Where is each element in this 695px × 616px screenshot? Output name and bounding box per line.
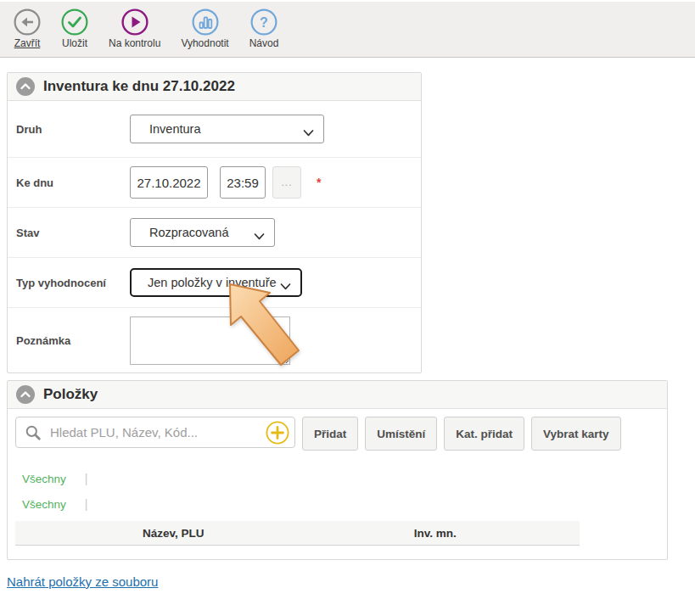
column-header-name-plu: Název, PLU (15, 527, 331, 540)
stav-select[interactable]: Rozpracovaná (130, 218, 275, 247)
form-row-typ-vyhodnoceni: Typ vyhodnocení Jen položky v inventuře (8, 258, 421, 308)
add-button[interactable]: Přidat (302, 417, 358, 451)
form-row-stav: Stav Rozpracovaná (8, 208, 421, 258)
stav-label: Stav (16, 227, 130, 239)
collapse-up-icon[interactable] (16, 385, 35, 404)
items-table-header: Název, PLU Inv. mn. (15, 521, 580, 546)
form-row-druh: Druh Inventura (8, 101, 421, 158)
date-picker-button[interactable]: ... (272, 166, 301, 199)
time-field[interactable] (220, 166, 266, 199)
search-toolbar: Přidat Umístění Kat. přidat Vybrat karty (15, 417, 659, 451)
search-input[interactable] (50, 425, 259, 440)
inventory-panel: Inventura ke dnu 27.10.2022 Druh Inventu… (7, 72, 422, 373)
form-row-ke-dnu: Ke dnu ... * (8, 158, 421, 208)
help-label: Návod (249, 37, 279, 49)
save-label: Uložit (62, 37, 87, 49)
save-button[interactable]: Uložit (61, 8, 88, 49)
search-box (15, 417, 295, 448)
back-arrow-icon (14, 8, 41, 36)
filter-separator: | (85, 472, 88, 485)
submit-for-review-label: Na kontrolu (109, 37, 160, 49)
ke-dnu-label: Ke dnu (16, 176, 130, 189)
svg-text:?: ? (260, 15, 268, 30)
select-cards-button[interactable]: Vybrat karty (531, 417, 621, 451)
upload-items-from-file-link[interactable]: Nahrát položky ze souboru (7, 574, 158, 589)
check-circle-icon (61, 8, 88, 36)
evaluate-label: Vyhodnotit (181, 37, 228, 49)
location-button[interactable]: Umístění (365, 417, 437, 451)
druh-select-value: Inventura (149, 122, 200, 136)
play-circle-icon (121, 8, 149, 36)
poznamka-textarea[interactable] (130, 316, 290, 365)
submit-for-review-button[interactable]: Na kontrolu (109, 8, 160, 49)
search-icon (25, 424, 42, 441)
druh-select[interactable]: Inventura (130, 115, 324, 143)
filter-all-link[interactable]: Všechny (22, 473, 66, 485)
evaluate-button[interactable]: Vyhodnotit (181, 8, 228, 49)
form-row-poznamka: Poznámka (8, 308, 421, 372)
druh-label: Druh (16, 123, 130, 136)
filter-row: Všechny | (22, 497, 659, 511)
inventory-panel-header: Inventura ke dnu 27.10.2022 (8, 73, 421, 101)
chevron-down-icon (280, 279, 291, 293)
typ-vyhodnoceni-label: Typ vyhodnocení (16, 277, 130, 289)
chevron-down-icon (303, 126, 314, 139)
stav-select-value: Rozpracovaná (149, 226, 229, 239)
required-asterisk: * (317, 176, 321, 189)
poznamka-label: Poznámka (16, 334, 130, 347)
bar-chart-icon (192, 8, 219, 36)
column-header-inv-qty: Inv. mn. (331, 527, 580, 540)
items-panel-header: Položky (8, 381, 667, 409)
filter-row: Všechny | (22, 472, 659, 485)
add-icon[interactable] (266, 421, 289, 445)
filter-all-link[interactable]: Všechny (22, 498, 66, 511)
close-label: Zavřít (14, 37, 41, 49)
typ-vyhodnoceni-select-value: Jen položky v inventuře (148, 276, 277, 289)
items-panel-title: Položky (43, 386, 98, 403)
question-circle-icon: ? (250, 8, 277, 36)
category-add-button[interactable]: Kat. přidat (444, 417, 524, 451)
typ-vyhodnoceni-select[interactable]: Jen položky v inventuře (130, 268, 302, 297)
help-button[interactable]: ? Návod (249, 8, 279, 49)
collapse-up-icon[interactable] (16, 77, 35, 96)
filter-separator: | (85, 497, 88, 511)
date-field[interactable] (130, 166, 208, 199)
items-panel: Položky Přidat Umístění Kat. (7, 380, 668, 560)
inventory-panel-title: Inventura ke dnu 27.10.2022 (43, 78, 235, 95)
toolbar: Zavřít Uložit Na kontrolu (0, 2, 695, 58)
items-panel-content: Přidat Umístění Kat. přidat Vybrat karty… (8, 409, 667, 559)
chevron-down-icon (254, 229, 265, 243)
close-button[interactable]: Zavřít (14, 8, 41, 49)
